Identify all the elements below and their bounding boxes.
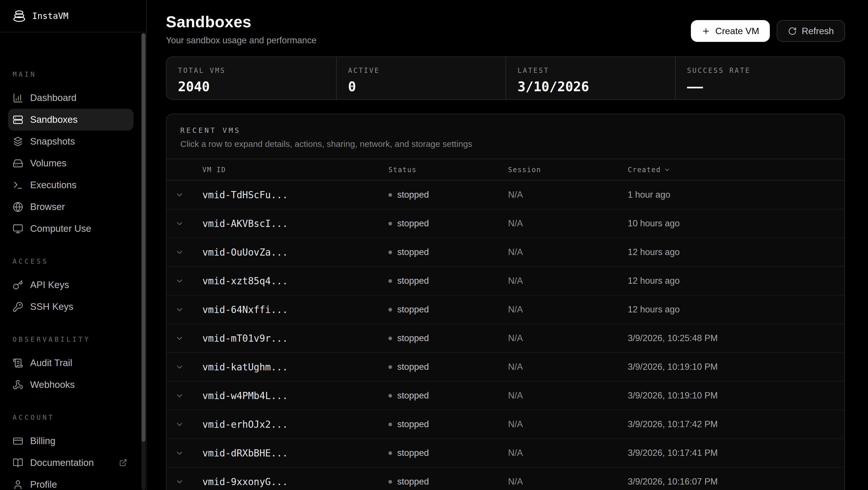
sidebar-section-header: MAIN xyxy=(8,71,133,78)
vm-session: N/A xyxy=(508,333,628,344)
refresh-button[interactable]: Refresh xyxy=(777,20,845,42)
sidebar-item-dashboard[interactable]: Dashboard xyxy=(8,87,133,109)
vm-status: stopped xyxy=(389,304,508,315)
vm-row[interactable]: vmid-AKVBscI... stopped N/A 10 hours ago xyxy=(166,209,844,238)
sidebar-item-webhooks[interactable]: Webhooks xyxy=(8,374,133,396)
vm-id: vmid-katUghm... xyxy=(203,361,389,373)
sort-chevron-down-icon xyxy=(663,166,671,173)
vm-row[interactable]: vmid-mT01v9r... stopped N/A 3/9/2026, 10… xyxy=(166,324,844,353)
vm-row[interactable]: vmid-OuUovZa... stopped N/A 12 hours ago xyxy=(166,238,844,267)
row-expand-chevron-icon[interactable] xyxy=(166,334,203,343)
vm-row[interactable]: vmid-w4PMb4L... stopped N/A 3/9/2026, 10… xyxy=(166,382,844,410)
row-expand-chevron-icon[interactable] xyxy=(166,191,203,199)
vm-id: vmid-erhOJx2... xyxy=(203,419,389,430)
row-expand-chevron-icon[interactable] xyxy=(166,478,203,486)
col-header-created[interactable]: Created xyxy=(628,166,844,174)
monitor-icon xyxy=(12,224,23,234)
sidebar-item-audit-trail[interactable]: Audit Trail xyxy=(8,352,133,374)
vm-session: N/A xyxy=(508,247,628,257)
stats-panel: TOTAL VMS 2040 ACTIVE 0 LATEST 3/10/2026… xyxy=(166,57,845,100)
recent-vms-header: RECENT VMS Click a row to expand details… xyxy=(166,114,844,159)
row-expand-chevron-icon[interactable] xyxy=(166,420,203,429)
sidebar-item-computer-use[interactable]: Computer Use xyxy=(8,218,133,239)
sidebar-item-documentation[interactable]: Documentation xyxy=(8,452,133,473)
status-dot-icon xyxy=(389,451,392,455)
vm-created: 12 hours ago xyxy=(628,247,844,257)
sidebar-section: ACCOUNT Billing Document xyxy=(8,414,133,490)
row-expand-chevron-icon[interactable] xyxy=(166,248,203,257)
row-expand-chevron-icon[interactable] xyxy=(166,363,203,371)
sidebar-item-browser[interactable]: Browser xyxy=(8,196,133,218)
vm-id: vmid-64Nxffi... xyxy=(203,304,389,315)
vm-row[interactable]: vmid-64Nxffi... stopped N/A 12 hours ago xyxy=(166,295,844,324)
status-dot-icon xyxy=(389,480,392,484)
sidebar-item-ssh-keys[interactable]: SSH Keys xyxy=(8,296,133,318)
vm-status: stopped xyxy=(389,276,508,286)
sidebar-item-executions[interactable]: Executions xyxy=(8,174,133,196)
vm-row[interactable]: vmid-dRXbBHE... stopped N/A 3/9/2026, 10… xyxy=(166,439,844,468)
sidebar-scrollbar[interactable] xyxy=(142,33,146,490)
sidebar-scrollbar-thumb[interactable] xyxy=(142,33,146,442)
vm-status: stopped xyxy=(389,477,508,487)
sidebar-section: ACCESS API Keys SSH Keys xyxy=(8,258,133,318)
sidebar-item-volumes[interactable]: Volumes xyxy=(8,152,133,174)
row-expand-chevron-icon[interactable] xyxy=(166,449,203,458)
vm-row[interactable]: vmid-katUghm... stopped N/A 3/9/2026, 10… xyxy=(166,353,844,382)
row-expand-chevron-icon[interactable] xyxy=(166,276,203,286)
app-name: InstaVM xyxy=(32,11,68,21)
col-header-session[interactable]: Session xyxy=(508,166,628,174)
row-expand-chevron-icon[interactable] xyxy=(166,391,203,400)
logo: InstaVM xyxy=(0,0,146,32)
vm-created: 3/9/2026, 10:19:10 PM xyxy=(628,390,844,401)
status-dot-icon xyxy=(389,222,392,226)
vm-session: N/A xyxy=(508,477,628,487)
col-header-vm-id[interactable]: VM ID xyxy=(203,166,389,174)
stat-value: 2040 xyxy=(178,79,336,94)
page-subtitle: Your sandbox usage and performance xyxy=(166,35,317,45)
vm-row[interactable]: vmid-erhOJx2... stopped N/A 3/9/2026, 10… xyxy=(166,410,844,439)
sidebar-item-api-keys[interactable]: API Keys xyxy=(8,274,133,296)
vm-created: 3/9/2026, 10:25:48 PM xyxy=(628,333,844,344)
sidebar-item-snapshots[interactable]: Snapshots xyxy=(8,131,133,152)
main-content: Sandboxes Your sandbox usage and perform… xyxy=(147,0,868,490)
vm-status: stopped xyxy=(389,419,508,429)
stat-label: ACTIVE xyxy=(348,67,506,74)
sidebar-section-header: ACCESS xyxy=(8,258,133,265)
sidebar-nav: MAIN Dashboard Sandboxes xyxy=(0,32,146,490)
vm-row[interactable]: vmid-9xxonyG... stopped N/A 3/9/2026, 10… xyxy=(166,468,844,490)
globe-icon xyxy=(12,202,23,212)
recent-vms-panel: RECENT VMS Click a row to expand details… xyxy=(166,113,845,490)
vm-session: N/A xyxy=(508,218,628,229)
vm-created: 10 hours ago xyxy=(628,218,844,229)
vm-row[interactable]: vmid-xzt85q4... stopped N/A 12 hours ago xyxy=(166,267,844,295)
header-actions: Create VM Refresh xyxy=(691,20,845,42)
vm-row[interactable]: vmid-TdHScFu... stopped N/A 1 hour ago xyxy=(166,181,844,209)
vm-id: vmid-9xxonyG... xyxy=(203,476,389,487)
instavm-logo-icon xyxy=(12,9,26,23)
plus-icon xyxy=(702,27,710,36)
sidebar-item-billing[interactable]: Billing xyxy=(8,430,133,452)
stat-card: TOTAL VMS 2040 xyxy=(166,57,336,99)
vm-id: vmid-dRXbBHE... xyxy=(203,448,389,459)
sidebar-item-sandboxes[interactable]: Sandboxes xyxy=(8,109,133,131)
vm-created: 12 hours ago xyxy=(628,276,844,286)
credit-card-icon xyxy=(12,436,23,447)
vm-id: vmid-OuUovZa... xyxy=(203,247,389,258)
scroll-icon xyxy=(12,358,23,368)
stat-value: —— xyxy=(687,79,845,94)
page-header: Sandboxes Your sandbox usage and perform… xyxy=(166,0,845,45)
vm-created: 1 hour ago xyxy=(628,190,844,200)
create-vm-button[interactable]: Create VM xyxy=(691,20,770,42)
server-icon xyxy=(12,115,23,125)
row-expand-chevron-icon[interactable] xyxy=(166,305,203,314)
key-icon xyxy=(12,280,23,290)
vm-status: stopped xyxy=(389,362,508,372)
col-header-status[interactable]: Status xyxy=(389,166,508,174)
vm-status: stopped xyxy=(389,448,508,458)
sidebar-item-profile[interactable]: Profile xyxy=(8,473,133,490)
sidebar-section: OBSERVABILITY Audit Trail xyxy=(8,336,133,396)
row-expand-chevron-icon[interactable] xyxy=(166,219,203,228)
vm-status: stopped xyxy=(389,190,508,200)
vm-id: vmid-xzt85q4... xyxy=(203,275,389,287)
vm-session: N/A xyxy=(508,190,628,200)
